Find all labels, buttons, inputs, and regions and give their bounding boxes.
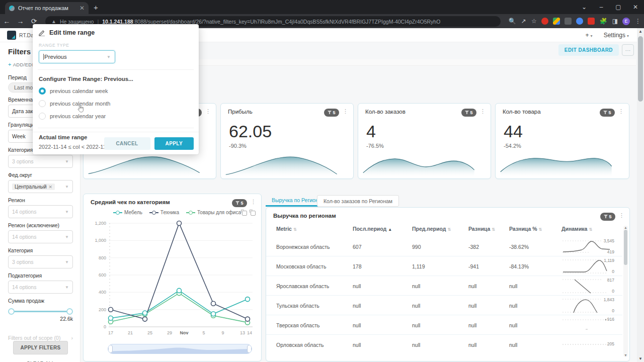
- radio-previous-week[interactable]: previous calendar week: [39, 87, 193, 95]
- table-chart-card[interactable]: Выручка по регионам 5 ⋮ Metric⇅ Посл.пер…: [266, 207, 630, 361]
- kpi-card-profit[interactable]: Прибыль 5 ⋮ 62.05 -90.3%: [220, 103, 354, 179]
- subcategory-select[interactable]: 14 options▼: [8, 281, 73, 294]
- table-row[interactable]: Ярославская область null null null null …: [266, 276, 622, 296]
- kebab-menu-icon[interactable]: ⋮: [205, 109, 211, 114]
- svg-text:14: 14: [247, 330, 252, 335]
- kebab-menu-icon[interactable]: ⋮: [618, 109, 624, 114]
- extension-icon-5[interactable]: [588, 18, 595, 25]
- scroll-down-icon[interactable]: ▼: [637, 356, 644, 361]
- kebab-menu-icon[interactable]: ⋮: [480, 109, 486, 114]
- table-row[interactable]: Орловская область null null null null 20…: [266, 335, 622, 354]
- settings-menu[interactable]: Settings▾: [604, 32, 629, 39]
- selected-tag[interactable]: Центральный✕: [12, 184, 55, 190]
- client-category-select[interactable]: 3 options▼: [8, 155, 73, 168]
- hand-cursor-icon: [77, 105, 85, 114]
- range-type-select[interactable]: Previous ▼: [39, 50, 115, 63]
- sales-sum-slider[interactable]: [8, 308, 73, 315]
- browser-tab[interactable]: Отчет по продажам ✕: [5, 2, 89, 14]
- zoom-select-icon[interactable]: [242, 211, 247, 216]
- radio-icon[interactable]: [39, 113, 46, 120]
- tab-orders-by-region[interactable]: Кол-во заказов по Регионам: [317, 195, 399, 207]
- scroll-up-icon[interactable]: ▲: [623, 226, 628, 229]
- brush-handle-right[interactable]: [247, 345, 252, 353]
- side-panel-icon[interactable]: ◨: [612, 18, 618, 25]
- line-chart-card[interactable]: Средний чек по категориям 5 ⋮ Мебель Тех…: [83, 194, 262, 361]
- col-diff[interactable]: Разница⇅: [468, 226, 509, 232]
- profile-avatar[interactable]: E: [622, 18, 630, 25]
- tab-search-icon[interactable]: ⌄: [576, 0, 593, 14]
- kpi-card-items[interactable]: Кол-во товара 5 ⋮ 44 -54.2%: [495, 103, 629, 179]
- back-icon[interactable]: ←: [0, 17, 14, 25]
- table-scroll-thumb[interactable]: [624, 230, 627, 265]
- table-row[interactable]: Воронежская область 607 990 -382 -38.62%…: [266, 237, 622, 256]
- radio-previous-month[interactable]: previous calendar month: [39, 100, 193, 107]
- chart-legend: Мебель Техника Товары для офиса: [84, 210, 241, 215]
- new-tab-button[interactable]: +: [94, 3, 98, 12]
- tab-close-icon[interactable]: ✕: [79, 5, 85, 12]
- zoom-search-icon[interactable]: 🔍: [509, 18, 516, 25]
- slider-handle-right[interactable]: [66, 308, 73, 315]
- extensions-puzzle-icon[interactable]: 🧩: [600, 18, 607, 25]
- filter-count-badge[interactable]: 5: [324, 109, 339, 117]
- kebab-menu-icon[interactable]: ⋮: [343, 109, 348, 114]
- col-metric[interactable]: Metric⇅: [276, 226, 353, 232]
- col-prev-period[interactable]: Пред.период⇅: [412, 226, 468, 232]
- radio-previous-year[interactable]: previous calendar year: [39, 113, 193, 120]
- radio-selected-icon[interactable]: [39, 87, 46, 95]
- maximize-button[interactable]: ▢: [610, 0, 627, 14]
- page-scrollbar[interactable]: ▲ ▼: [637, 28, 644, 362]
- fed-district-select[interactable]: Центральный✕▼: [8, 180, 73, 193]
- scroll-down-icon[interactable]: ▼: [623, 353, 628, 357]
- table-row[interactable]: Тверская область null null null null 916: [266, 315, 622, 335]
- filter-count-badge[interactable]: 5: [461, 109, 476, 117]
- legend-item-furniture[interactable]: Мебель: [113, 210, 142, 215]
- filters-out-of-scope[interactable]: Filters out of scope (0)›: [8, 335, 73, 341]
- cancel-button[interactable]: CANCEL: [104, 137, 150, 150]
- legend-marker-icon: [149, 210, 158, 215]
- kebab-menu-icon[interactable]: ⋮: [251, 199, 256, 205]
- apply-button[interactable]: APPLY: [154, 137, 194, 150]
- minimize-button[interactable]: –: [593, 0, 610, 14]
- tab-title: Отчет по продажам: [18, 5, 76, 11]
- scroll-up-icon[interactable]: ▲: [637, 29, 644, 34]
- extension-icon-4[interactable]: [576, 18, 583, 25]
- slider-handle-left[interactable]: [8, 308, 15, 315]
- extension-icon-3[interactable]: [565, 18, 572, 25]
- chart-range-brush[interactable]: [108, 344, 252, 354]
- filter-count-badge[interactable]: 5: [232, 199, 247, 207]
- filter-count-badge[interactable]: 5: [600, 213, 615, 221]
- share-icon[interactable]: ↗: [521, 18, 526, 25]
- new-menu[interactable]: +▾: [586, 32, 593, 39]
- dashboard-more-button[interactable]: ···: [622, 44, 634, 56]
- apply-filters-button[interactable]: APPLY FILTERS: [13, 341, 68, 354]
- svg-text:200: 200: [99, 307, 106, 312]
- page-scroll-thumb[interactable]: [638, 36, 643, 102]
- bookmark-star-icon[interactable]: ☆: [531, 18, 537, 25]
- col-diff-pct[interactable]: Разница %⇅: [509, 226, 561, 232]
- extension-icon-2[interactable]: [553, 18, 560, 25]
- col-last-period[interactable]: Посл.период▲: [353, 226, 412, 232]
- brush-handle-left[interactable]: [108, 345, 113, 353]
- edit-dashboard-button[interactable]: EDIT DASHBOARD: [558, 44, 619, 56]
- remove-tag-icon[interactable]: ✕: [49, 185, 53, 190]
- extension-icon-1[interactable]: [541, 18, 548, 25]
- col-dynamics[interactable]: Динамика⇅: [561, 226, 622, 232]
- category-select[interactable]: 3 options▼: [8, 255, 73, 268]
- radio-icon[interactable]: [39, 100, 46, 107]
- kpi-card-orders[interactable]: Кол-во заказов 5 ⋮ 4 -76.5%: [358, 103, 491, 179]
- app-logo-icon[interactable]: [7, 31, 16, 40]
- forward-icon[interactable]: →: [14, 17, 27, 25]
- legend-item-office[interactable]: Товары для офиса: [186, 210, 241, 215]
- region-exclude-select[interactable]: 14 options▼: [8, 230, 73, 243]
- close-button[interactable]: ✕: [627, 0, 644, 14]
- browser-menu-icon[interactable]: ⋮: [635, 18, 641, 25]
- filter-count-badge[interactable]: 5: [600, 109, 615, 117]
- table-row[interactable]: Тульская область null null null null 1,8…: [266, 296, 622, 315]
- zoom-reset-icon[interactable]: [251, 211, 256, 216]
- kebab-menu-icon[interactable]: ⋮: [619, 213, 624, 218]
- legend-item-tech[interactable]: Техника: [149, 210, 179, 215]
- region-select[interactable]: 14 options▼: [8, 205, 73, 218]
- table-row[interactable]: Московская область 178 1,119 -941 -84.13…: [266, 256, 622, 276]
- svg-text:1,000: 1,000: [95, 238, 106, 243]
- table-scrollbar[interactable]: ▲ ▼: [623, 226, 628, 357]
